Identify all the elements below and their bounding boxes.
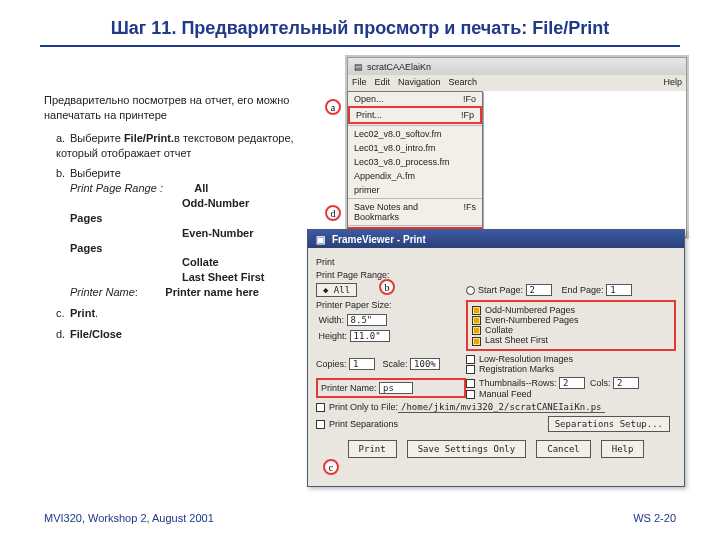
menu-item-open-label: Open... <box>354 94 384 104</box>
step-c-marker: c. <box>56 306 70 321</box>
menu-item-recent-5[interactable]: primer <box>348 183 482 197</box>
thumbnails-checkbox[interactable] <box>466 379 475 388</box>
save-settings-button[interactable]: Save Settings Only <box>407 440 527 458</box>
step-b-text: Выберите <box>70 167 121 179</box>
step-a-marker: a. <box>56 131 70 146</box>
menu-separator <box>348 125 482 126</box>
height-field[interactable]: 11.0" <box>350 330 390 342</box>
menu-item-recent-2-label: Lec01_v8.0_intro.fm <box>354 143 436 153</box>
lowres-checkbox[interactable] <box>466 355 475 364</box>
separations-setup-button[interactable]: Separations Setup... <box>548 416 670 432</box>
thumb-cols-field[interactable]: 2 <box>613 377 639 389</box>
range-row: ◆ All Start Page: 2 End Page: 1 <box>316 283 676 297</box>
step-d-marker: d. <box>56 327 70 342</box>
copies-field[interactable]: 1 <box>349 358 375 370</box>
menu-item-recent-1[interactable]: Lec02_v8.0_softov.fm <box>348 127 482 141</box>
start-page-radio[interactable] <box>466 286 475 295</box>
instructions-column: Предварительно посмотрев на отчет, его м… <box>0 57 295 487</box>
menu-item-print[interactable]: Print...!Fp <box>348 106 482 124</box>
print-to-file-field[interactable]: /home/jkim/mvi320_2/scratCANEIaiKn.ps <box>398 402 604 413</box>
width-label: Width: <box>319 315 345 325</box>
menu-navigation[interactable]: Navigation <box>398 77 441 89</box>
menu-help[interactable]: Help <box>663 77 682 89</box>
odd-pages-checkbox[interactable] <box>472 306 481 315</box>
step-a-pre: Выберите <box>70 132 124 144</box>
range-label: Print Page Range : <box>70 181 182 196</box>
scale-label: Scale: <box>383 359 408 369</box>
thumbnails-label: Thumbnails--Rows: <box>479 378 557 388</box>
editor-title-text: scratCAAElaiKn <box>367 62 431 72</box>
print-to-file-label: Print Only to File: <box>329 402 398 412</box>
step-a: a.Выберите File/Print.в текстовом редакт… <box>56 131 295 161</box>
page-icon: ▤ <box>354 62 363 72</box>
height-label: Height: <box>319 331 348 341</box>
dialog-button-row: Print Save Settings Only Cancel Help <box>316 440 676 458</box>
menu-item-open-shortcut: !Fo <box>463 94 476 104</box>
menu-edit[interactable]: Edit <box>375 77 391 89</box>
scale-field[interactable]: 100% <box>410 358 440 370</box>
width-field[interactable]: 8.5" <box>347 314 387 326</box>
menu-item-recent-1-label: Lec02_v8.0_softov.fm <box>354 129 441 139</box>
copies-label: Copies: <box>316 359 347 369</box>
printer-name-field[interactable]: ps <box>379 382 413 394</box>
step-d: d.File/Close <box>56 327 295 342</box>
menu-file[interactable]: File <box>352 77 367 89</box>
range-collate: Collate <box>182 256 219 268</box>
menu-item-recent-4[interactable]: Appendix_A.fm <box>348 169 482 183</box>
menu-search[interactable]: Search <box>449 77 478 89</box>
last-sheet-checkbox[interactable] <box>472 337 481 346</box>
step-b-marker: b. <box>56 166 70 181</box>
content-area: Предварительно посмотрев на отчет, его м… <box>0 57 720 487</box>
file-menu: Open...!Fo Print...!Fp Lec02_v8.0_softov… <box>347 91 483 246</box>
editor-titlebar: ▤ scratCAAElaiKn <box>348 58 686 75</box>
print-heading: Print <box>316 257 676 267</box>
step-list: a.Выберите File/Print.в текстовом редакт… <box>44 131 295 342</box>
menu-separator <box>348 225 482 226</box>
print-to-file-checkbox[interactable] <box>316 403 325 412</box>
print-button[interactable]: Print <box>348 440 397 458</box>
print-range-label: Print Page Range: <box>316 270 676 280</box>
even-pages-checkbox[interactable] <box>472 316 481 325</box>
menu-item-recent-4-label: Appendix_A.fm <box>354 171 415 181</box>
all-button[interactable]: ◆ All <box>316 283 357 297</box>
collate-checkbox[interactable] <box>472 326 481 335</box>
menu-item-save-notes[interactable]: Save Notes and Bookmarks!Fs <box>348 200 482 224</box>
end-page-label: End Page: <box>562 285 604 295</box>
printer-name-val: Printer name here <box>165 286 259 298</box>
menu-item-recent-5-label: primer <box>354 185 380 195</box>
start-page-field[interactable]: 2 <box>526 284 552 296</box>
manual-feed-label: Manual Feed <box>479 389 532 399</box>
odd-pages-label: Odd-Numbered Pages <box>485 305 575 315</box>
step-a-bold: File/Print. <box>124 132 174 144</box>
help-button[interactable]: Help <box>601 440 645 458</box>
end-page-field[interactable]: 1 <box>606 284 632 296</box>
callout-b: b <box>379 279 395 295</box>
range-odd: Odd-Number <box>182 197 249 209</box>
footer-right: WS 2-20 <box>633 512 676 524</box>
app-icon: ▣ <box>314 233 326 245</box>
menu-item-open[interactable]: Open...!Fo <box>348 92 482 106</box>
step-c-text: Print <box>70 307 95 319</box>
range-even-lbl: Pages <box>70 242 102 254</box>
menu-item-print-label: Print... <box>356 110 382 120</box>
cancel-button[interactable]: Cancel <box>536 440 591 458</box>
printer-name-label: Printer Name <box>70 286 135 298</box>
menu-item-recent-2[interactable]: Lec01_v8.0_intro.fm <box>348 141 482 155</box>
collate-label: Collate <box>485 325 513 335</box>
range-block: Print Page Range : All Odd-Number Pages … <box>56 181 295 300</box>
print-dialog: ▣ FrameViewer - Print Print Print Page R… <box>307 229 685 487</box>
manual-feed-checkbox[interactable] <box>466 390 475 399</box>
menu-item-save-label: Save Notes and Bookmarks <box>354 202 464 222</box>
even-pages-label: Even-Numbered Pages <box>485 315 579 325</box>
thumb-rows-field[interactable]: 2 <box>559 377 585 389</box>
slide-footer: MVI320, Workshop 2, August 2001 WS 2-20 <box>0 512 720 524</box>
regmarks-checkbox[interactable] <box>466 365 475 374</box>
menu-item-recent-3[interactable]: Lec03_v8.0_process.fm <box>348 155 482 169</box>
separations-checkbox[interactable] <box>316 420 325 429</box>
title-underline <box>40 45 680 47</box>
slide-title: Шаг 11. Предварительный просмотр и печат… <box>0 0 720 45</box>
menu-item-save-shortcut: !Fs <box>464 202 477 222</box>
printer-name-label: Printer Name: <box>321 383 377 393</box>
editor-menubar: File Edit Navigation Search Help <box>348 75 686 91</box>
regmarks-label: Registration Marks <box>479 364 554 374</box>
